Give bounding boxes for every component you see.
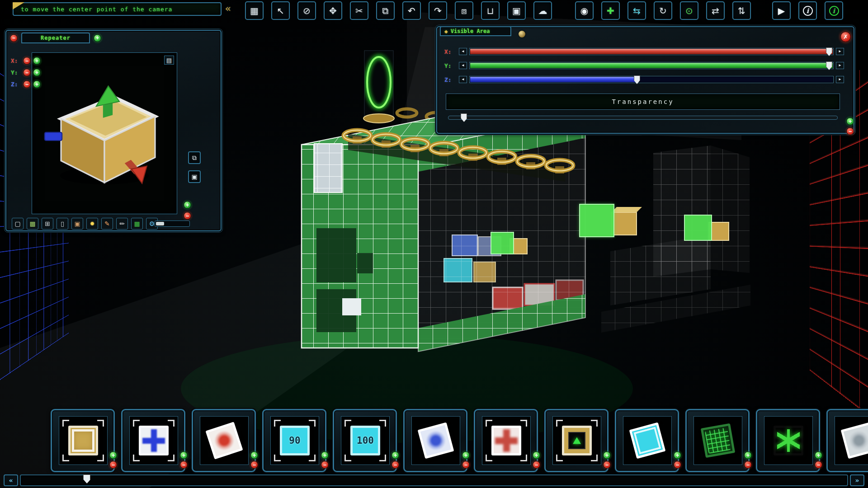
- slot-increase-button[interactable]: +: [533, 451, 540, 459]
- slot-decrease-button[interactable]: −: [250, 461, 258, 469]
- undo-button[interactable]: ↶: [402, 1, 421, 20]
- help-button[interactable]: i: [825, 1, 843, 20]
- pan-horizontal-button[interactable]: ⇆: [627, 1, 646, 20]
- play-button[interactable]: ▶: [772, 1, 791, 20]
- scrollbar-thumb[interactable]: [83, 474, 90, 483]
- slot-gold-frame-block[interactable]: + −: [51, 409, 115, 472]
- slot-blue-dice-block[interactable]: + −: [403, 409, 467, 472]
- slot-counter-90-block[interactable]: 90 + −: [262, 409, 326, 472]
- repeater-plus-button[interactable]: +: [184, 201, 191, 209]
- repeater-z-decrease-button[interactable]: −: [23, 80, 31, 88]
- repeater-x-increase-button[interactable]: +: [33, 57, 41, 65]
- slot-increase-button[interactable]: +: [392, 451, 399, 459]
- slot-decrease-button[interactable]: −: [321, 461, 329, 469]
- slider-handle[interactable]: [826, 47, 832, 56]
- visible-area-minus-button[interactable]: −: [846, 127, 854, 135]
- slider-track[interactable]: [470, 76, 833, 83]
- slot-increase-button[interactable]: +: [462, 451, 470, 459]
- camera-button[interactable]: ◉: [575, 1, 594, 20]
- repeater-y-decrease-button[interactable]: −: [23, 69, 31, 76]
- slider-track[interactable]: [470, 62, 833, 69]
- pattern-tile-button[interactable]: ▩: [27, 218, 38, 230]
- slot-increase-button[interactable]: +: [109, 451, 117, 459]
- screen-flip-button[interactable]: ⇅: [732, 1, 751, 20]
- screen-rotate-button[interactable]: ⇄: [706, 1, 725, 20]
- slot-increase-button[interactable]: +: [250, 451, 258, 459]
- slider-right-arrow[interactable]: ►: [836, 76, 844, 83]
- slot-jack-item[interactable]: + −: [756, 409, 820, 472]
- close-button[interactable]: ✗: [840, 32, 851, 42]
- repeater-title-tab[interactable]: Repeater: [21, 33, 90, 43]
- slot-decrease-button[interactable]: −: [180, 461, 188, 469]
- bucket-tool-button[interactable]: ⊔: [481, 1, 500, 20]
- device-button[interactable]: ▯: [57, 218, 68, 230]
- slider-left-arrow[interactable]: ◄: [459, 48, 467, 55]
- delete-tool-button[interactable]: ⊘: [297, 1, 316, 20]
- slot-decrease-button[interactable]: −: [109, 461, 117, 469]
- paint-button[interactable]: ✎: [101, 218, 113, 230]
- copy-item-button[interactable]: ⧉: [188, 151, 201, 164]
- slider-handle[interactable]: [634, 75, 640, 84]
- repeater-y-increase-button[interactable]: +: [33, 69, 41, 76]
- slot-decrease-button[interactable]: −: [462, 461, 470, 469]
- visibility-eye-button[interactable]: ⊙: [680, 1, 698, 20]
- save-item-button[interactable]: ▣: [188, 170, 201, 183]
- slider-right-arrow[interactable]: ►: [836, 48, 844, 55]
- slot-circuit-block[interactable]: + −: [685, 409, 750, 472]
- slot-red-dice-block[interactable]: + −: [192, 409, 256, 472]
- slot-increase-button[interactable]: +: [744, 451, 752, 459]
- slot-increase-button[interactable]: +: [603, 451, 611, 459]
- repeater-collapse-button[interactable]: −: [10, 34, 18, 42]
- slot-gray-dice-block[interactable]: + −: [826, 409, 868, 472]
- slot-increase-button[interactable]: +: [180, 451, 188, 459]
- slot-increase-button[interactable]: +: [815, 451, 822, 459]
- pan-hand-tool-button[interactable]: ✥: [324, 1, 342, 20]
- redo-button[interactable]: ↷: [429, 1, 447, 20]
- slot-decrease-button[interactable]: −: [533, 461, 540, 469]
- slot-cyan-dice-block[interactable]: + −: [615, 409, 679, 472]
- orbit-view-button[interactable]: ↻: [654, 1, 672, 20]
- slot-blue-cross-block[interactable]: + −: [121, 409, 185, 472]
- slot-decrease-button[interactable]: −: [392, 461, 399, 469]
- slider-right-arrow[interactable]: ►: [836, 62, 844, 69]
- slot-decrease-button[interactable]: −: [674, 461, 681, 469]
- info-button[interactable]: i: [798, 1, 817, 20]
- texture-tool-button[interactable]: ▦: [245, 1, 264, 20]
- slot-red-cross-block[interactable]: + −: [474, 409, 538, 472]
- slider-left-arrow[interactable]: ◄: [459, 62, 467, 69]
- slot-decrease-button[interactable]: −: [815, 461, 822, 469]
- scroll-right-button[interactable]: »: [850, 474, 864, 486]
- keypad-button[interactable]: ⊞: [42, 218, 53, 230]
- copy-tool-button[interactable]: ⧉: [376, 1, 395, 20]
- visible-area-plus-button[interactable]: +: [846, 117, 854, 125]
- pencil-button[interactable]: ✏: [116, 218, 128, 230]
- scroll-left-button[interactable]: «: [4, 474, 18, 486]
- cut-tool-button[interactable]: ✂: [350, 1, 368, 20]
- cube-tool-button[interactable]: ⧈: [455, 1, 473, 20]
- repeater-minus-button[interactable]: −: [184, 212, 191, 220]
- visible-area-title-tab[interactable]: ◆ Visible Area: [440, 26, 511, 36]
- repeater-x-decrease-button[interactable]: −: [23, 57, 31, 65]
- transparency-handle[interactable]: [461, 113, 467, 122]
- preview-menu-button[interactable]: ▤: [164, 56, 174, 65]
- slot-increase-button[interactable]: +: [321, 451, 329, 459]
- slider-track[interactable]: [470, 48, 833, 55]
- chip-button[interactable]: ▦: [131, 218, 143, 230]
- repeater-mini-scrollbar-thumb[interactable]: [156, 222, 164, 225]
- slot-gold-screen-block[interactable]: + −: [544, 409, 609, 472]
- repeater-z-increase-button[interactable]: +: [33, 80, 41, 88]
- slot-increase-button[interactable]: +: [674, 451, 681, 459]
- save-button[interactable]: ▣: [507, 1, 526, 20]
- select-tool-button[interactable]: ↖: [271, 1, 290, 20]
- slot-counter-100-block[interactable]: 100 + −: [333, 409, 397, 472]
- slot-decrease-button[interactable]: −: [744, 461, 752, 469]
- scrollbar-track[interactable]: [20, 474, 848, 486]
- slider-left-arrow[interactable]: ◄: [459, 76, 467, 83]
- slot-decrease-button[interactable]: −: [603, 461, 611, 469]
- transparency-slider[interactable]: [448, 116, 838, 120]
- repeater-add-button[interactable]: +: [94, 34, 101, 42]
- move-camera-button[interactable]: ✚: [601, 1, 620, 20]
- repeater-mini-scrollbar[interactable]: [155, 221, 190, 227]
- repeater-3d-preview[interactable]: ▤: [32, 52, 177, 214]
- bulb-button[interactable]: ✹: [86, 218, 98, 230]
